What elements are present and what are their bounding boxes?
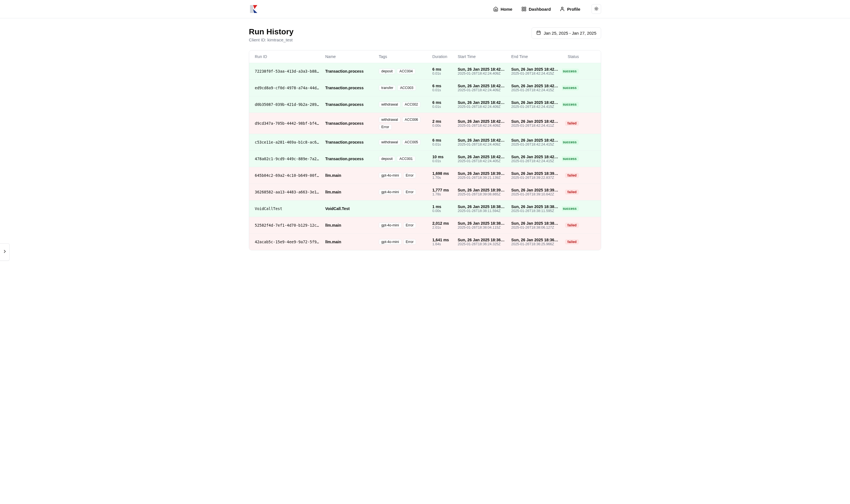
tag: ACC004	[397, 68, 415, 74]
cell-duration: 1,641 ms1.64s	[430, 238, 455, 246]
table-row[interactable]: d9cd347a-705b-4442-98bf-bf48…Transaction…	[249, 113, 601, 134]
tag: withdrawal	[379, 117, 400, 123]
start-time-main: Sun, 26 Jan 2025 18:42:2…	[458, 67, 506, 72]
tag: gpt-4o-mini	[379, 222, 402, 228]
chevron-right-icon	[2, 249, 7, 255]
start-time-sub: 2025-01-26T18:39:08.865Z	[458, 192, 506, 196]
cell-run-id: 52582f4d-7ef1-4d70-b129-12c3…	[252, 221, 323, 230]
cell-name: Transaction.process	[323, 67, 376, 75]
table-row[interactable]: c53ce11e-a281-469a-b1c8-ac62…Transaction…	[249, 134, 601, 150]
cell-status: success	[562, 204, 582, 213]
nav-home[interactable]: Home	[493, 6, 513, 12]
side-panel-toggle[interactable]	[0, 243, 10, 259]
cell-duration: 10 ms0.01s	[430, 155, 455, 163]
status-badge: success	[562, 156, 579, 161]
cell-start-time: Sun, 26 Jan 2025 18:38:1…2025-01-26T18:3…	[455, 204, 508, 213]
cell-name: llm.main	[323, 188, 376, 196]
cell-end-time: Sun, 26 Jan 2025 18:39:1…2025-01-26T18:3…	[508, 188, 562, 196]
status-badge: failed	[565, 173, 579, 178]
tag: Error	[403, 173, 416, 178]
date-range-picker[interactable]: Jan 25, 2025 - Jan 27, 2025	[532, 27, 601, 39]
tag: Error	[379, 124, 392, 130]
tag: deposit	[379, 156, 395, 162]
table-row[interactable]: 36268582-aa13-4483-a663-3e1c…llm.maingpt…	[249, 184, 601, 200]
end-time-sub: 2025-01-26T18:42:24.411Z	[511, 124, 559, 128]
cell-name: Transaction.process	[323, 100, 376, 109]
cell-run-id: 36268582-aa13-4483-a663-3e1c…	[252, 188, 323, 196]
cell-status: success	[562, 100, 582, 109]
app-logo[interactable]	[249, 4, 259, 14]
duration-main: 2 ms	[432, 119, 452, 124]
cell-tags: withdrawalACC005	[376, 138, 430, 146]
duration-sub: 0.01s	[432, 105, 452, 109]
nav-profile[interactable]: Profile	[560, 6, 580, 12]
start-time-main: Sun, 26 Jan 2025 18:42:2…	[458, 100, 506, 105]
start-time-main: Sun, 26 Jan 2025 18:38:1…	[458, 204, 506, 209]
cell-tags: transferACC003	[376, 84, 430, 92]
nav-dashboard-label: Dashboard	[529, 7, 551, 12]
tags-wrapper: gpt-4o-miniError	[379, 173, 427, 178]
run-id-text: ed9cd8a9-cf0d-4978-a74a-44db…	[255, 86, 319, 90]
duration-main: 6 ms	[432, 138, 452, 142]
run-name-text: llm.main	[325, 173, 373, 178]
table-row[interactable]: 645b04c2-69a2-4c10-b649-00ff…llm.maingpt…	[249, 167, 601, 184]
end-time-main: Sun, 26 Jan 2025 18:42:2…	[511, 155, 559, 159]
table-row[interactable]: 478a02c1-9cd9-449c-889e-7a2a…Transaction…	[249, 150, 601, 167]
cell-start-time: Sun, 26 Jan 2025 18:42:2…2025-01-26T18:4…	[455, 138, 508, 146]
cell-end-time: Sun, 26 Jan 2025 18:42:2…2025-01-26T18:4…	[508, 155, 562, 163]
duration-main: 6 ms	[432, 100, 452, 105]
nav-dashboard[interactable]: Dashboard	[521, 6, 551, 12]
end-time-sub: 2025-01-26T18:42:24.415Z	[511, 88, 559, 92]
table-row[interactable]: ed9cd8a9-cf0d-4978-a74a-44db…Transaction…	[249, 79, 601, 96]
cell-run-id: d9cd347a-705b-4442-98bf-bf48…	[252, 117, 323, 130]
cell-run-id: d0b35087-039b-421d-9b2a-2893…	[252, 100, 323, 109]
status-badge: success	[562, 102, 579, 107]
table-row[interactable]: 42acab5c-15e9-4ee9-9a72-5f9e…llm.maingpt…	[249, 233, 601, 250]
table-row[interactable]: VoidCallTestVoidCall.Test1 ms0.00sSun, 2…	[249, 200, 601, 217]
cell-duration: 2 ms0.00s	[430, 117, 455, 130]
cell-run-id: c53ce11e-a281-469a-b1c8-ac62…	[252, 138, 323, 146]
cell-start-time: Sun, 26 Jan 2025 18:42:2…2025-01-26T18:4…	[455, 84, 508, 92]
run-name-text: Transaction.process	[325, 86, 373, 90]
tag: ACC003	[397, 85, 416, 91]
cell-end-time: Sun, 26 Jan 2025 18:36:2…2025-01-26T18:3…	[508, 238, 562, 246]
nav-profile-label: Profile	[567, 7, 580, 12]
end-time-main: Sun, 26 Jan 2025 18:39:2…	[511, 171, 559, 176]
svg-rect-16	[537, 31, 540, 35]
duration-sub: 0.01s	[432, 142, 452, 146]
theme-toggle-button[interactable]	[592, 4, 601, 14]
end-time-sub: 2025-01-26T18:38:11.595Z	[511, 209, 559, 213]
table-row[interactable]: d0b35087-039b-421d-9b2a-2893…Transaction…	[249, 96, 601, 113]
end-time-main: Sun, 26 Jan 2025 18:38:0…	[511, 221, 559, 226]
cell-duration: 6 ms0.01s	[430, 84, 455, 92]
cell-name: llm.main	[323, 221, 376, 230]
cell-duration: 2,012 ms2.01s	[430, 221, 455, 230]
run-name-text: Transaction.process	[325, 121, 373, 126]
cell-run-id: 42acab5c-15e9-4ee9-9a72-5f9e…	[252, 238, 323, 246]
cell-name: llm.main	[323, 238, 376, 246]
cell-status: failed	[562, 238, 582, 246]
run-id-text: 478a02c1-9cd9-449c-889e-7a2a…	[255, 157, 319, 161]
start-time-sub: 2025-01-26T18:42:24.409Z	[458, 124, 506, 128]
run-name-text: Transaction.process	[325, 102, 373, 107]
table-row[interactable]: 52582f4d-7ef1-4d70-b129-12c3…llm.maingpt…	[249, 217, 601, 233]
tag: deposit	[379, 68, 395, 74]
cell-run-id: 645b04c2-69a2-4c10-b649-00ff…	[252, 171, 323, 180]
tag: ACC002	[402, 102, 420, 107]
cell-status: success	[562, 84, 582, 92]
cell-status: failed	[562, 188, 582, 196]
duration-main: 1,698 ms	[432, 171, 452, 176]
duration-main: 2,012 ms	[432, 221, 452, 226]
table-row[interactable]: 72238f0f-53aa-413d-a3a3-b88c…Transaction…	[249, 63, 601, 79]
cell-tags: depositACC004	[376, 67, 430, 75]
cell-run-id: ed9cd8a9-cf0d-4978-a74a-44db…	[252, 84, 323, 92]
calendar-icon	[536, 31, 541, 36]
cell-status: failed	[562, 221, 582, 230]
duration-sub: 0.00s	[432, 209, 452, 213]
status-badge: success	[562, 69, 579, 74]
cell-status: success	[562, 155, 582, 163]
cell-end-time: Sun, 26 Jan 2025 18:39:2…2025-01-26T18:3…	[508, 171, 562, 180]
svg-line-11	[597, 10, 598, 10]
cell-name: Transaction.process	[323, 138, 376, 146]
page-subtitle: Client ID: kimtrace_test	[249, 37, 294, 42]
